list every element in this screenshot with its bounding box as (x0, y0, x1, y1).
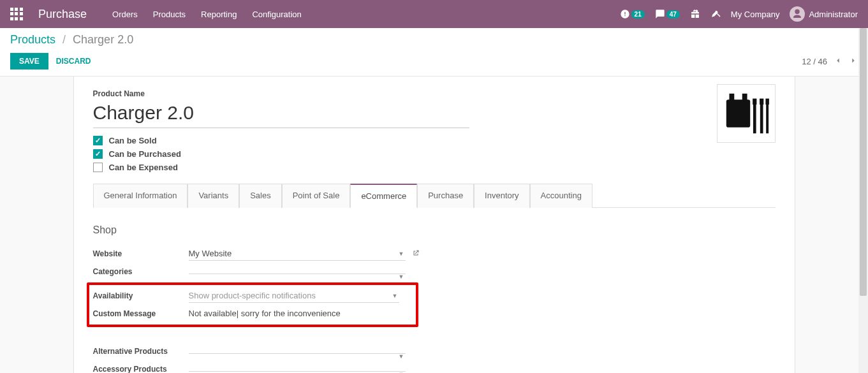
dropdown-caret-icon[interactable]: ▼ (392, 293, 398, 299)
label-availability: Availability (93, 291, 189, 300)
svg-rect-2 (742, 94, 747, 101)
tab-accounting[interactable]: Accounting (530, 184, 592, 208)
form-sheet: Product Name Can be Sold Can be Purchase… (73, 77, 795, 373)
label-can-be-sold: Can be Sold (109, 136, 157, 145)
checkbox-can-be-sold[interactable] (93, 136, 103, 145)
menu-orders[interactable]: Orders (112, 10, 138, 19)
tab-variants[interactable]: Variants (188, 184, 239, 208)
product-name-input[interactable] (93, 102, 469, 128)
scrollbar[interactable] (858, 28, 868, 373)
activity-badge: 21 (631, 10, 645, 18)
field-alternative-products[interactable]: ▼ (189, 349, 406, 354)
company-name[interactable]: My Company (731, 10, 780, 19)
label-can-be-purchased: Can be Purchased (109, 149, 181, 159)
main-menu: Orders Products Reporting Configuration (112, 10, 302, 19)
label-custom-message: Custom Message (93, 309, 189, 318)
svg-rect-3 (753, 103, 756, 133)
save-button[interactable]: SAVE (10, 53, 48, 69)
top-nav-right: 21 47 My Company Administrator (620, 6, 858, 22)
label-categories: Categories (93, 267, 189, 276)
tab-content-ecommerce: Shop Website My Website ▼ Categories ▼ (93, 208, 776, 373)
breadcrumb-separator: / (63, 33, 66, 46)
messages-badge: 47 (666, 10, 680, 18)
app-brand[interactable]: Purchase (38, 8, 87, 21)
external-link-icon[interactable] (412, 249, 420, 259)
svg-rect-8 (765, 99, 769, 105)
top-nav: Purchase Orders Products Reporting Confi… (0, 0, 868, 28)
menu-products[interactable]: Products (153, 10, 186, 19)
field-accessory-products[interactable]: ▼ (189, 367, 406, 372)
scrollbar-thumb[interactable] (860, 28, 867, 296)
field-categories[interactable]: ▼ (189, 270, 406, 274)
pager: 12 / 46 (802, 56, 858, 67)
label-website: Website (93, 249, 189, 258)
tab-ecommerce[interactable]: eCommerce (350, 184, 417, 208)
pager-text: 12 / 46 (802, 57, 827, 66)
checkbox-can-be-purchased[interactable] (93, 149, 103, 159)
user-menu[interactable]: Administrator (790, 6, 858, 22)
messages-icon[interactable]: 47 (655, 9, 680, 19)
apps-icon[interactable] (10, 8, 23, 20)
value-availability: Show product-specific notifications (189, 291, 316, 300)
svg-rect-7 (766, 103, 769, 133)
field-availability[interactable]: Show product-specific notifications ▼ (189, 289, 399, 303)
pager-next[interactable] (849, 56, 858, 67)
svg-rect-5 (760, 103, 763, 133)
breadcrumb-root[interactable]: Products (10, 33, 55, 46)
field-custom-message[interactable] (189, 309, 399, 318)
breadcrumb: Products / Charger 2.0 (10, 33, 858, 47)
tab-point-of-sale[interactable]: Point of Sale (282, 184, 351, 208)
tab-sales[interactable]: Sales (239, 184, 282, 208)
tabs: General Information Variants Sales Point… (93, 184, 776, 208)
dropdown-caret-icon[interactable]: ▼ (399, 274, 404, 280)
tab-general-information[interactable]: General Information (93, 184, 188, 208)
svg-rect-4 (753, 99, 756, 105)
menu-configuration[interactable]: Configuration (252, 10, 301, 19)
avatar-icon (790, 6, 805, 22)
breadcrumb-current: Charger 2.0 (73, 33, 133, 46)
tools-icon[interactable] (710, 9, 721, 19)
control-bar: Products / Charger 2.0 SAVE DISCARD 12 /… (0, 28, 868, 77)
dropdown-caret-icon[interactable]: ▼ (399, 371, 404, 374)
checkbox-can-be-expensed[interactable] (93, 163, 103, 172)
discard-button[interactable]: DISCARD (56, 57, 91, 66)
user-name: Administrator (809, 10, 858, 19)
dropdown-caret-icon[interactable]: ▼ (399, 251, 404, 257)
tab-purchase[interactable]: Purchase (417, 184, 474, 208)
activity-icon[interactable]: 21 (620, 9, 645, 19)
label-alternative-products: Alternative Products (93, 347, 189, 356)
svg-rect-6 (760, 99, 763, 105)
svg-rect-0 (726, 99, 749, 128)
section-shop-title: Shop (93, 224, 776, 236)
gift-icon[interactable] (690, 9, 700, 19)
menu-reporting[interactable]: Reporting (201, 10, 237, 19)
label-accessory-products: Accessory Products (93, 365, 189, 373)
pager-prev[interactable] (834, 56, 842, 67)
highlight-box: Availability Show product-specific notif… (87, 282, 418, 327)
label-can-be-expensed: Can be Expensed (109, 163, 178, 172)
tab-inventory[interactable]: Inventory (474, 184, 529, 208)
field-website[interactable]: My Website ▼ (189, 247, 406, 261)
dropdown-caret-icon[interactable]: ▼ (399, 353, 404, 360)
product-name-label: Product Name (93, 89, 776, 98)
product-image[interactable] (717, 84, 776, 143)
value-website: My Website (189, 249, 232, 258)
svg-rect-1 (729, 94, 734, 101)
